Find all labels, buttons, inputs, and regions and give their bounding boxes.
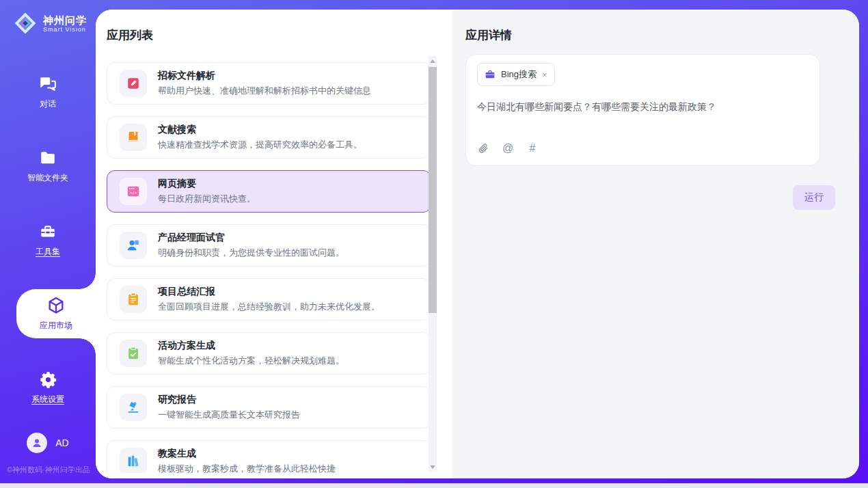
- brand: 神州问学 Smart Vision: [0, 0, 96, 36]
- svg-text:</>: </>: [130, 190, 137, 195]
- avatar: [27, 433, 47, 453]
- brand-subtitle: Smart Vision: [43, 26, 87, 33]
- app-item-title: 教案生成: [158, 448, 336, 460]
- app-item-title: 研究报告: [158, 394, 300, 406]
- app-item-desc: 模板驱动，教案秒成，教学准备从此轻松快捷: [158, 463, 336, 473]
- app-item-title: 产品经理面试官: [158, 232, 344, 244]
- app-item-desc: 明确身份和职责，为您提供专业性的面试问题。: [158, 247, 344, 259]
- gear-icon: [38, 370, 57, 389]
- app-item-title: 活动方案生成: [158, 340, 344, 352]
- scrollbar-thumb[interactable]: [429, 67, 437, 313]
- app-item-lesson-plan[interactable]: 教案生成 模板驱动，教案秒成，教学准备从此轻松快捷: [107, 440, 431, 473]
- app-detail-panel: 应用详情 Bing搜索 × 今日湖北有哪些新闻要点？有哪些需要关注的最新政策？ …: [452, 10, 859, 478]
- app-item-literature-search[interactable]: 文献搜索 快速精准查找学术资源，提高研究效率的必备工具。: [107, 116, 431, 159]
- sidebar-nav: 对话 智能文件夹 工具集 应用市场 系统设置: [0, 68, 96, 437]
- toolbox-icon: [38, 222, 57, 241]
- brand-logo-icon: [12, 10, 38, 36]
- sidebar-item-smart-folder[interactable]: 智能文件夹: [0, 141, 96, 191]
- app-item-desc: 智能生成个性化活动方案，轻松解决规划难题。: [158, 355, 344, 367]
- paperclip-icon[interactable]: [477, 142, 489, 154]
- research-icon: [120, 394, 147, 421]
- sidebar-item-chat[interactable]: 对话: [0, 68, 96, 117]
- app-list-panel: 应用列表 招标文件解析 帮助用户快速、准确地理解和解析招标书中的关键信息 文献搜…: [96, 10, 452, 478]
- app-list-title: 应用列表: [107, 27, 452, 43]
- sidebar-item-label: 对话: [40, 98, 56, 110]
- folder-icon: [38, 148, 57, 167]
- app-item-desc: 帮助用户快速、准确地理解和解析招标书中的关键信息: [158, 85, 371, 97]
- app-item-project-summary[interactable]: 项目总结汇报 全面回顾项目进展，总结经验教训，助力未来优化发展。: [107, 278, 431, 321]
- edit-document-icon: [120, 70, 147, 97]
- query-input[interactable]: 今日湖北有哪些新闻要点？有哪些需要关注的最新政策？: [477, 100, 809, 142]
- book-icon: [120, 124, 147, 151]
- main-content: 应用列表 招标文件解析 帮助用户快速、准确地理解和解析招标书中的关键信息 文献搜…: [96, 10, 859, 478]
- app-detail-title: 应用详情: [465, 27, 845, 43]
- app-item-desc: 每日政府新闻资讯快查。: [158, 193, 256, 205]
- app-item-desc: 一键智能生成高质量长文本研究报告: [158, 409, 300, 421]
- app-item-title: 招标文件解析: [158, 70, 371, 82]
- triangle-down-icon: [430, 465, 435, 469]
- hash-icon[interactable]: #: [526, 142, 539, 154]
- app-item-desc: 全面回顾项目进展，总结经验教训，助力未来优化发展。: [158, 301, 380, 313]
- list-scrollbar[interactable]: [429, 56, 437, 472]
- input-toolbar: @ #: [477, 142, 809, 156]
- at-icon[interactable]: @: [502, 142, 514, 154]
- sidebar: 神州问学 Smart Vision 对话 智能文件夹 工具集: [0, 0, 96, 483]
- app-item-pm-interviewer[interactable]: 产品经理面试官 明确身份和职责，为您提供专业性的面试问题。: [107, 224, 431, 267]
- app-item-title: 文献搜索: [158, 124, 362, 136]
- run-button[interactable]: 运行: [793, 185, 835, 210]
- scroll-down-button[interactable]: [429, 462, 437, 472]
- user-account[interactable]: AD: [0, 433, 96, 453]
- copyright-footer: ©神州数码·神州问学出品: [7, 465, 90, 475]
- sidebar-item-toolset[interactable]: 工具集: [0, 215, 96, 265]
- brand-name: 神州问学: [43, 14, 87, 26]
- app-item-title: 网页摘要: [158, 178, 256, 190]
- cube-icon: [46, 296, 66, 315]
- interviewer-icon: [120, 232, 147, 259]
- query-card: Bing搜索 × 今日湖北有哪些新闻要点？有哪些需要关注的最新政策？ @ #: [465, 54, 820, 166]
- clipboard-check-icon: [120, 340, 147, 367]
- scroll-up-button[interactable]: [429, 56, 437, 66]
- sidebar-item-label: 系统设置: [31, 394, 64, 405]
- user-name: AD: [55, 437, 68, 448]
- app-item-event-plan[interactable]: 活动方案生成 智能生成个性化活动方案，轻松解决规划难题。: [107, 332, 431, 375]
- books-icon: [120, 448, 147, 473]
- app-item-bid-parse[interactable]: 招标文件解析 帮助用户快速、准确地理解和解析招标书中的关键信息: [107, 62, 431, 105]
- sidebar-item-settings[interactable]: 系统设置: [0, 363, 96, 412]
- triangle-up-icon: [430, 59, 435, 63]
- chat-icon: [38, 74, 57, 94]
- sidebar-item-label: 工具集: [36, 246, 60, 258]
- clipboard-icon: [120, 286, 147, 313]
- tag-label: Bing搜索: [501, 68, 537, 81]
- bing-search-tag[interactable]: Bing搜索 ×: [477, 63, 555, 86]
- close-icon[interactable]: ×: [542, 70, 547, 79]
- sidebar-item-label: 智能文件夹: [27, 172, 68, 184]
- app-item-desc: 快速精准查找学术资源，提高研究效率的必备工具。: [158, 139, 362, 151]
- webpage-icon: </>: [120, 178, 147, 205]
- app-item-webpage-summary[interactable]: </> 网页摘要 每日政府新闻资讯快查。: [107, 170, 431, 213]
- app-list: 招标文件解析 帮助用户快速、准确地理解和解析招标书中的关键信息 文献搜索 快速精…: [107, 62, 431, 473]
- sidebar-item-app-market[interactable]: 应用市场: [16, 289, 96, 338]
- sidebar-item-label: 应用市场: [40, 320, 72, 331]
- briefcase-icon: [485, 69, 496, 80]
- app-item-research-report[interactable]: 研究报告 一键智能生成高质量长文本研究报告: [107, 386, 431, 429]
- app-item-title: 项目总结汇报: [158, 286, 380, 298]
